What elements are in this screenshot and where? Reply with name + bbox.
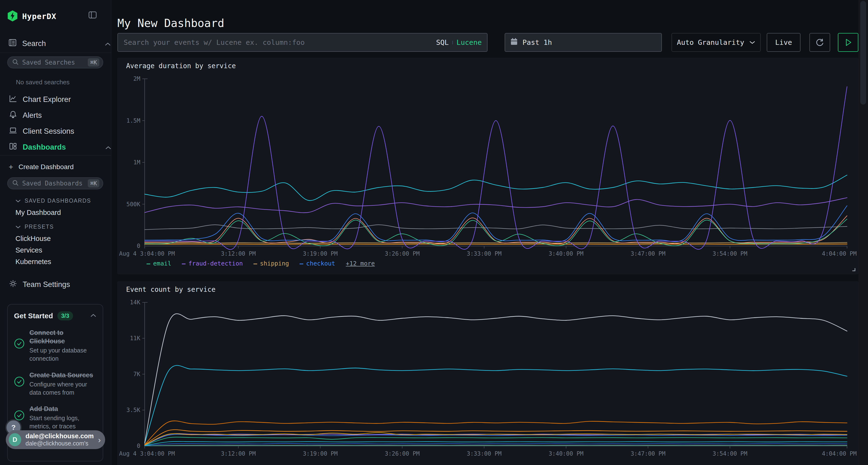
sql-toggle[interactable]: SQL xyxy=(436,38,449,46)
legend-more-link[interactable]: +12 more xyxy=(346,260,375,267)
sidebar-item-label: Dashboards xyxy=(23,143,66,152)
tick-label: 3:12:00 PM xyxy=(221,450,255,457)
get-started-item-title[interactable]: Create Data Sources xyxy=(29,371,96,379)
sidebar-item-label: Client Sessions xyxy=(23,127,74,136)
sidebar-item-team-settings[interactable]: Team Settings xyxy=(0,277,120,292)
legend-item-shipping[interactable]: —shipping xyxy=(253,260,289,267)
get-started-item[interactable]: Create Data Sources Configure where your… xyxy=(14,371,96,397)
shortcut-badge: ⌘K xyxy=(88,179,99,188)
legend-label: shipping xyxy=(260,260,289,267)
chevron-up-icon xyxy=(105,143,112,152)
sidebar-item-alerts[interactable]: Alerts xyxy=(0,108,120,123)
tick-label: 2M xyxy=(133,75,140,82)
sidebar-item-client-sessions[interactable]: Client Sessions xyxy=(0,124,120,139)
series-checkout xyxy=(145,206,847,242)
series-line-cyan xyxy=(145,365,847,443)
sidebar: HyperDX Search ⌘K No saved searches xyxy=(0,0,112,465)
tick-label: 0 xyxy=(137,442,140,449)
tick-label: 3:40:00 PM xyxy=(549,250,584,257)
get-started-title: Get Started xyxy=(14,312,53,320)
series-line-orange-dark xyxy=(145,421,847,444)
legend-swatch: — xyxy=(253,260,257,267)
tick-label: 3.5K xyxy=(126,407,140,413)
resize-handle-icon[interactable] xyxy=(851,267,856,272)
get-started-item-title[interactable]: Add Data xyxy=(29,405,96,413)
chevron-up-icon xyxy=(105,39,111,48)
event-search-input[interactable] xyxy=(123,38,432,47)
legend-label: fraud-detection xyxy=(188,260,243,267)
plus-icon: + xyxy=(9,163,13,171)
tick-label: 11K xyxy=(130,335,141,342)
sidebar-item-my-dashboard[interactable]: My Dashboard xyxy=(0,209,112,217)
sidebar-item-label: Team Settings xyxy=(23,280,70,289)
saved-dashboards-field[interactable] xyxy=(22,179,85,187)
granularity-value: Auto Granularity xyxy=(677,38,744,46)
live-button[interactable]: Live xyxy=(767,33,801,52)
sidebar-item-search[interactable]: Search xyxy=(0,36,119,51)
sidebar-collapse-icon[interactable] xyxy=(88,10,97,20)
tick-label: 500K xyxy=(126,201,140,208)
dashboard-grid-icon xyxy=(9,142,18,153)
tick-label: 3:54:00 PM xyxy=(712,250,747,257)
get-started-item[interactable]: Connect to ClickHouse Set up your databa… xyxy=(14,329,96,363)
tick-label: 3:19:00 PM xyxy=(303,250,338,257)
chevron-down-icon xyxy=(749,40,755,44)
scrollbar-thumb[interactable] xyxy=(860,1,866,105)
gear-icon xyxy=(9,279,18,290)
chart-title: Average duration by service xyxy=(126,62,236,70)
run-query-button[interactable] xyxy=(838,33,858,52)
chart-canvas: 03.5K7K11K14KAug 4 3:04:00 PM3:12:00 PM3… xyxy=(118,299,858,458)
tick-label: 3:54:00 PM xyxy=(712,450,747,457)
create-dashboard-button[interactable]: + Create Dashboard xyxy=(0,160,120,174)
sidebar-item-clickhouse[interactable]: ClickHouse xyxy=(0,235,112,243)
divider xyxy=(0,53,111,53)
hyperdx-logo-icon xyxy=(7,10,18,23)
tick-label: 14K xyxy=(130,299,141,306)
tick-label: 3:12:00 PM xyxy=(221,250,255,257)
series-line-purple xyxy=(145,198,847,213)
get-started-item[interactable]: Add Data Start sending logs, metrics, or… xyxy=(14,405,96,431)
legend-item-checkout[interactable]: —checkout xyxy=(300,260,335,267)
bell-icon xyxy=(9,110,18,121)
legend-swatch: — xyxy=(300,260,303,267)
user-menu[interactable]: D dale@clickhouse.com dale@clickhouse.co… xyxy=(6,430,105,449)
saved-dashboards-input[interactable]: ⌘K xyxy=(7,177,103,189)
page-title: My New Dashboard xyxy=(117,16,224,30)
legend-item-email[interactable]: —email xyxy=(147,260,171,267)
logo[interactable]: HyperDX xyxy=(7,9,104,24)
chart-event-count: 03.5K7K11K14KAug 4 3:04:00 PM3:12:00 PM3… xyxy=(118,299,858,458)
tick-label: 3:47:00 PM xyxy=(630,250,665,257)
tick-label: 0 xyxy=(137,243,140,250)
check-circle-icon xyxy=(14,376,25,397)
chart-card-event-count: Event count by service 03.5K7K11K14KAug … xyxy=(117,281,858,465)
event-search-bar[interactable]: SQL | Lucene xyxy=(117,33,488,52)
sidebar-item-services[interactable]: Services xyxy=(0,246,112,254)
section-presets[interactable]: PRESETS xyxy=(0,224,112,230)
get-started-header[interactable]: Get Started 3/3 xyxy=(14,311,96,321)
time-range-picker[interactable]: Past 1h xyxy=(505,33,662,52)
get-started-item-title[interactable]: Connect to ClickHouse xyxy=(29,329,96,345)
granularity-select[interactable]: Auto Granularity xyxy=(672,33,761,52)
sidebar-item-dashboards[interactable]: Dashboards xyxy=(0,140,120,155)
saved-searches-field[interactable] xyxy=(22,59,85,66)
chevron-up-icon xyxy=(90,313,96,318)
time-range-value: Past 1h xyxy=(523,38,552,46)
saved-searches-input[interactable]: ⌘K xyxy=(7,56,103,68)
lucene-toggle[interactable]: Lucene xyxy=(457,38,482,46)
chart-line-icon xyxy=(9,94,18,105)
section-title: PRESETS xyxy=(25,224,54,230)
check-circle-icon xyxy=(14,338,25,363)
refresh-button[interactable] xyxy=(809,33,830,52)
legend-item-fraud-detection[interactable]: —fraud-detection xyxy=(182,260,243,267)
sidebar-item-kubernetes[interactable]: Kubernetes xyxy=(0,258,112,266)
series-fraud-detection xyxy=(145,87,847,250)
get-started-item-desc: Configure where your data comes from xyxy=(29,380,96,397)
tick-label: 3:26:00 PM xyxy=(385,450,420,457)
app-root: HyperDX Search ⌘K No saved searches xyxy=(0,0,868,465)
no-saved-searches-text: No saved searches xyxy=(16,78,70,86)
scrollbar[interactable] xyxy=(858,0,868,465)
legend-item--12-more[interactable]: +12 more xyxy=(346,260,375,267)
create-dashboard-label: Create Dashboard xyxy=(19,163,74,171)
section-saved-dashboards[interactable]: SAVED DASHBOARDS xyxy=(0,198,112,204)
sidebar-item-chart-explorer[interactable]: Chart Explorer xyxy=(0,92,120,107)
